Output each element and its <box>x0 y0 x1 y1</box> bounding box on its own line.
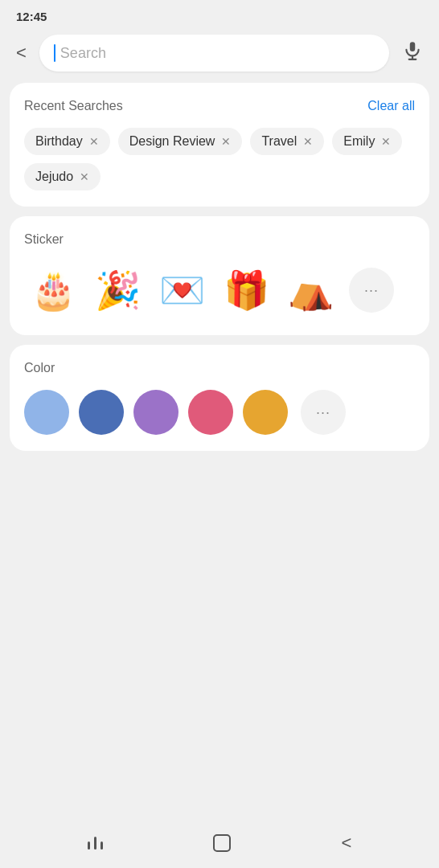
party-hat-emoji: 🎉 <box>95 272 141 309</box>
bar-line-1 <box>88 841 90 850</box>
bar-line-2 <box>94 837 96 850</box>
sticker-more-icon: ··· <box>364 282 379 299</box>
home-button[interactable] <box>213 834 231 852</box>
mic-button[interactable] <box>399 37 426 69</box>
camping-emoji: ⛺ <box>288 272 334 309</box>
chip-jejudo-close[interactable]: ✕ <box>80 171 89 182</box>
chip-birthday[interactable]: Birthday ✕ <box>24 128 110 155</box>
sticker-row: 🎂 🎉 💌 🎁 ⛺ ··· <box>24 261 415 319</box>
chip-design-review-close[interactable]: ✕ <box>221 136 231 147</box>
navigation-bar: < <box>0 818 439 868</box>
chips-container: Birthday ✕ Design Review ✕ Travel ✕ Emil… <box>24 128 415 190</box>
chip-travel-label: Travel <box>261 134 297 149</box>
recent-searches-header: Recent Searches Clear all <box>24 99 415 113</box>
love-letter-sticker[interactable]: 💌 <box>153 261 211 319</box>
color-title: Color <box>24 361 55 375</box>
color-more-icon: ··· <box>316 404 330 421</box>
party-hat-sticker[interactable]: 🎉 <box>88 261 146 319</box>
color-row: ··· <box>24 390 415 435</box>
bar-line-3 <box>101 841 103 850</box>
birthday-cake-emoji: 🎂 <box>31 272 76 309</box>
recent-searches-title: Recent Searches <box>24 99 123 113</box>
chip-emily-label: Emily <box>343 134 375 149</box>
sticker-more-button[interactable]: ··· <box>349 268 394 313</box>
color-more-button[interactable]: ··· <box>301 390 346 435</box>
light-blue-color[interactable] <box>24 390 69 435</box>
recent-apps-button[interactable] <box>88 837 103 850</box>
svg-rect-0 <box>410 42 416 51</box>
recent-searches-card: Recent Searches Clear all Birthday ✕ Des… <box>10 83 429 207</box>
sticker-header: Sticker <box>24 232 415 247</box>
chip-birthday-close[interactable]: ✕ <box>89 136 99 147</box>
clear-all-button[interactable]: Clear all <box>367 99 415 113</box>
sticker-card: Sticker 🎂 🎉 💌 🎁 ⛺ ··· <box>10 216 429 335</box>
orange-color[interactable] <box>243 390 288 435</box>
chip-design-review-label: Design Review <box>129 134 215 149</box>
sticker-title: Sticker <box>24 232 64 247</box>
chip-birthday-label: Birthday <box>35 134 83 149</box>
chip-jejudo-label: Jejudo <box>35 170 73 184</box>
chip-emily-close[interactable]: ✕ <box>381 136 391 147</box>
color-card: Color ··· <box>10 345 429 451</box>
gift-emoji: 🎁 <box>224 272 269 309</box>
gift-sticker[interactable]: 🎁 <box>217 261 275 319</box>
camping-sticker[interactable]: ⛺ <box>281 261 339 319</box>
birthday-cake-sticker[interactable]: 🎂 <box>24 261 82 319</box>
status-time: 12:45 <box>16 10 47 23</box>
dark-blue-color[interactable] <box>79 390 124 435</box>
search-bar-container: < Search <box>0 28 439 83</box>
love-letter-emoji: 💌 <box>159 272 205 309</box>
chip-travel[interactable]: Travel ✕ <box>250 128 324 155</box>
pink-color[interactable] <box>188 390 233 435</box>
chip-jejudo[interactable]: Jejudo ✕ <box>24 163 101 190</box>
color-header: Color <box>24 361 415 375</box>
search-placeholder: Search <box>60 45 106 62</box>
purple-color[interactable] <box>133 390 178 435</box>
chip-design-review[interactable]: Design Review ✕ <box>118 128 243 155</box>
chip-travel-close[interactable]: ✕ <box>303 136 313 147</box>
search-input-wrapper[interactable]: Search <box>39 35 389 72</box>
status-bar: 12:45 <box>0 0 439 28</box>
search-cursor <box>54 44 55 62</box>
chip-emily[interactable]: Emily ✕ <box>332 128 402 155</box>
back-nav-button[interactable]: < <box>341 833 351 854</box>
back-button[interactable]: < <box>13 39 30 67</box>
